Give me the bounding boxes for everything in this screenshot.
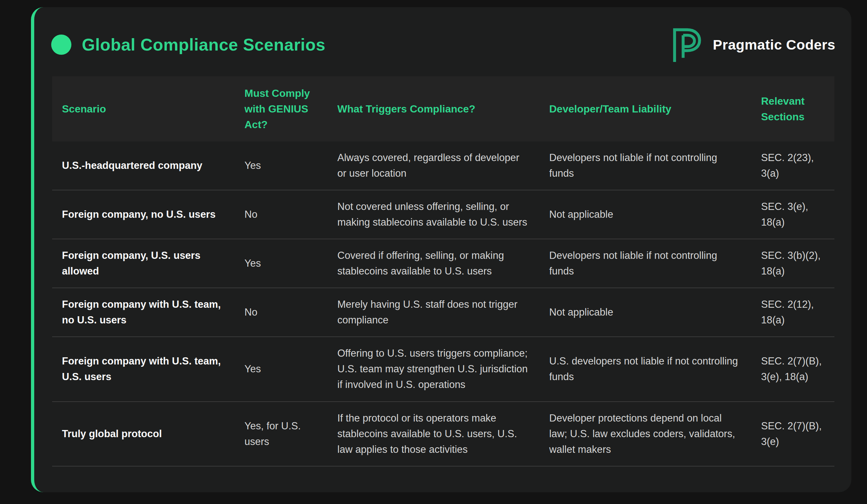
table-container: Scenario Must Comply with GENIUS Act? Wh… bbox=[52, 76, 834, 467]
cell-sections: SEC. 2(12), 18(a) bbox=[751, 288, 834, 337]
cell-liability: Developers not liable if not controlling… bbox=[539, 141, 751, 190]
cell-sections: SEC. 2(23), 3(a) bbox=[751, 141, 834, 190]
cell-liability: Not applicable bbox=[539, 190, 751, 239]
table-row: Foreign company, no U.S. users No Not co… bbox=[52, 190, 834, 239]
cell-must-comply: Yes bbox=[235, 239, 328, 288]
compliance-card: Global Compliance Scenarios Pragmatic Co… bbox=[31, 7, 852, 492]
cell-scenario: Foreign company, U.S. users allowed bbox=[52, 239, 235, 288]
table-row: U.S.-headquartered company Yes Always co… bbox=[52, 141, 834, 190]
col-header-sections: Relevant Sections bbox=[751, 76, 834, 141]
cell-must-comply: No bbox=[235, 288, 328, 337]
cell-scenario: U.S.-headquartered company bbox=[52, 141, 235, 190]
cell-trigger: Always covered, regardless of developer … bbox=[328, 141, 539, 190]
cell-trigger: If the protocol or its operators make st… bbox=[328, 401, 539, 466]
cell-liability: Developers not liable if not controlling… bbox=[539, 239, 751, 288]
compliance-table: Scenario Must Comply with GENIUS Act? Wh… bbox=[52, 76, 834, 467]
cell-trigger: Offering to U.S. users triggers complian… bbox=[328, 337, 539, 401]
cell-must-comply: Yes bbox=[235, 337, 328, 401]
cell-trigger: Merely having U.S. staff does not trigge… bbox=[328, 288, 539, 337]
cell-sections: SEC. 3(e), 18(a) bbox=[751, 190, 834, 239]
col-header-scenario: Scenario bbox=[52, 76, 235, 141]
cell-sections: SEC. 3(b)(2), 18(a) bbox=[751, 239, 834, 288]
cell-scenario: Foreign company with U.S. team, U.S. use… bbox=[52, 337, 235, 401]
table-header-row: Scenario Must Comply with GENIUS Act? Wh… bbox=[52, 76, 834, 141]
cell-must-comply: Yes bbox=[235, 141, 328, 190]
cell-sections: SEC. 2(7)(B), 3(e), 18(a) bbox=[751, 337, 834, 401]
page-background: Global Compliance Scenarios Pragmatic Co… bbox=[0, 0, 867, 504]
page-title: Global Compliance Scenarios bbox=[82, 33, 325, 56]
cell-sections: SEC. 2(7)(B), 3(e) bbox=[751, 401, 834, 466]
cell-liability: Not applicable bbox=[539, 288, 751, 337]
title-bullet-icon bbox=[51, 34, 71, 55]
pragmatic-coders-logo-icon bbox=[670, 28, 704, 62]
cell-scenario: Foreign company, no U.S. users bbox=[52, 190, 235, 239]
card-header: Global Compliance Scenarios Pragmatic Co… bbox=[34, 7, 852, 56]
cell-must-comply: No bbox=[235, 190, 328, 239]
table-row: Foreign company with U.S. team, U.S. use… bbox=[52, 337, 834, 401]
brand-name: Pragmatic Coders bbox=[713, 37, 835, 53]
table-row: Foreign company with U.S. team, no U.S. … bbox=[52, 288, 834, 337]
cell-scenario: Foreign company with U.S. team, no U.S. … bbox=[52, 288, 235, 337]
cell-trigger: Covered if offering, selling, or making … bbox=[328, 239, 539, 288]
col-header-triggers: What Triggers Compliance? bbox=[328, 76, 539, 141]
table-row: Foreign company, U.S. users allowed Yes … bbox=[52, 239, 834, 288]
cell-scenario: Truly global protocol bbox=[52, 401, 235, 466]
cell-must-comply: Yes, for U.S. users bbox=[235, 401, 328, 466]
brand-logo: Pragmatic Coders bbox=[670, 28, 835, 62]
table-row: Truly global protocol Yes, for U.S. user… bbox=[52, 401, 834, 466]
col-header-must-comply: Must Comply with GENIUS Act? bbox=[235, 76, 328, 141]
cell-liability: U.S. developers not liable if not contro… bbox=[539, 337, 751, 401]
cell-trigger: Not covered unless offering, selling, or… bbox=[328, 190, 539, 239]
cell-liability: Developer protections depend on local la… bbox=[539, 401, 751, 466]
col-header-liability: Developer/Team Liability bbox=[539, 76, 751, 141]
